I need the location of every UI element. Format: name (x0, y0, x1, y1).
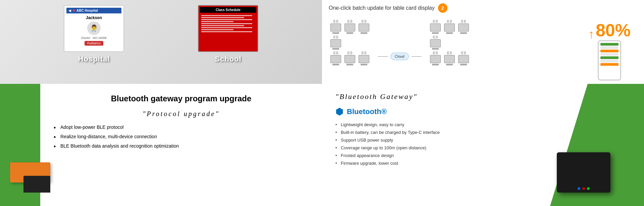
device-icon-1: ((·)) (330, 19, 341, 34)
light-red (582, 187, 585, 190)
device-icon-r2: ((·)) (444, 19, 455, 34)
black-gateway-device (557, 152, 610, 193)
percent-row: ↑ 80% (588, 20, 631, 40)
percent-section: ↑ 80% (588, 20, 631, 81)
device-icon-r3: ((·)) (458, 19, 469, 34)
hs-bg: ◀ ✚ ABC Hospital Jackson 👨‍⚕️ Doctor NO.… (0, 0, 322, 84)
phone-bar-5 (600, 56, 619, 59)
devices-row-r3: ((·)) ((·)) ((·)) (430, 51, 469, 65)
doctor-avatar: 👨‍⚕️ (87, 21, 101, 35)
cross-icon: ✚ (72, 9, 75, 12)
doctor-id: NO.16008 (93, 36, 107, 40)
doctor-role: Doctor NO.16008 (68, 36, 119, 40)
school-label: School (215, 55, 241, 63)
device-icon-4: ((·)) (330, 35, 341, 50)
bluetooth-icon: ⬢ (335, 106, 343, 117)
devices-row-1: ((·)) ((·)) ((·)) (330, 19, 369, 34)
device-icon-5: ((·)) (330, 51, 341, 65)
black-device-small (23, 176, 50, 193)
center-cloud-column: Cloud (371, 18, 428, 95)
feature-item-2: Realize long-distance, multi-device conn… (54, 134, 309, 139)
phone-bar-3 (600, 50, 619, 52)
device-icon-r6: ((·)) (444, 51, 455, 65)
devices-row-2: ((·)) (330, 35, 369, 50)
school-section: Class Schedule Sch (161, 5, 295, 79)
back-arrow-icon: ◀ (68, 9, 71, 12)
protocol-feature-list: Adopt low-power BLE protocol Realize lon… (54, 124, 309, 149)
device-icon-7: ((·)) (359, 51, 369, 65)
gw-feature-2: Built-in battery, can be charged by Type… (335, 130, 631, 135)
device-icon-6: ((·)) (344, 51, 355, 65)
school-card-header: Class Schedule (200, 7, 256, 13)
feature-item-1: Adopt low-power BLE protocol (54, 124, 309, 130)
hospital-card-body: Jackson 👨‍⚕️ Doctor NO.16008 Pediatrics (66, 13, 121, 48)
device-icon-r7: ((·)) (458, 51, 469, 65)
line-right (412, 56, 422, 57)
gw-feature-1: Lightweight design, easy to carry (335, 122, 631, 127)
phone-mockup (598, 40, 621, 81)
devices-row-3: ((·)) ((·)) ((·)) (330, 51, 369, 65)
device-icon-2: ((·)) (344, 19, 355, 34)
devices-row-r2: ((·)) (430, 35, 469, 50)
bluetooth-upgrade-section: Bluetooth gateway program upgrade "Proto… (0, 84, 322, 206)
devices-row-r1: ((·)) ((·)) ((·)) (430, 19, 469, 34)
up-arrow-icon: ↑ (588, 28, 594, 40)
batch-update-title-row: One-click batch update for table card di… (329, 3, 637, 13)
left-half: ◀ ✚ ABC Hospital Jackson 👨‍⚕️ Doctor NO.… (0, 0, 322, 206)
cloud-connection: Cloud (378, 53, 422, 60)
doctor-role-text: Doctor (81, 36, 90, 40)
schedule-line-9 (201, 31, 252, 32)
schedule-lines (200, 13, 256, 35)
bluetooth-upgrade-title: Bluetooth gateway program upgrade (54, 94, 309, 103)
phone-bar-6 (600, 60, 619, 62)
hospital-name: ABC Hospital (76, 9, 98, 12)
cloud-shape: Cloud (390, 53, 409, 60)
batch-update-title-text: One-click batch update for table card di… (329, 5, 435, 11)
devices-network-layout: ((·)) ((·)) ((·)) (329, 18, 637, 95)
hospital-school-section: ◀ ✚ ABC Hospital Jackson 👨‍⚕️ Doctor NO.… (0, 0, 322, 84)
right-devices-group: ((·)) ((·)) ((·)) (428, 18, 471, 95)
device-icon-r4: ((·)) (430, 35, 441, 50)
schedule-line-3 (201, 19, 252, 20)
schedule-line-1 (201, 15, 252, 16)
line-left (378, 56, 388, 57)
phone-bar-7 (600, 63, 619, 66)
bluetooth-wordmark: Bluetooth® (347, 107, 387, 116)
device-icon-r1: ((·)) (430, 19, 441, 34)
hospital-card-header: ◀ ✚ ABC Hospital (66, 8, 121, 13)
indicator-lights (578, 187, 590, 190)
light-green (587, 187, 590, 190)
main-container: ◀ ✚ ABC Hospital Jackson 👨‍⚕️ Doctor NO.… (0, 0, 644, 206)
white-content-area: Bluetooth gateway program upgrade "Proto… (40, 84, 322, 206)
schedule-line-4 (201, 21, 233, 22)
batch-update-section: One-click batch update for table card di… (322, 0, 644, 84)
schedule-line-8 (201, 29, 233, 30)
hospital-section: ◀ ✚ ABC Hospital Jackson 👨‍⚕️ Doctor NO.… (27, 5, 161, 79)
percent-value: 80% (596, 20, 631, 40)
schedule-line-5 (201, 23, 252, 24)
device-icon-3: ((·)) (359, 19, 369, 34)
protocol-subtitle: "Protocol upgrade" (54, 110, 309, 118)
doctor-name: Jackson (68, 15, 119, 20)
left-devices-group: ((·)) ((·)) ((·)) (329, 18, 371, 95)
schedule-line-2 (201, 17, 244, 18)
bluetooth-gateway-section: "Bluetooth Gateway" ⬢ Bluetooth® Lightwe… (322, 84, 644, 206)
light-blue (578, 187, 580, 190)
gw-feature-4: Coverage range up to 100m (open distance… (335, 145, 631, 150)
phone-bar-4 (600, 53, 619, 56)
step-number-badge: 2 (438, 3, 447, 13)
phone-screen (599, 41, 620, 80)
school-card: Class Schedule (198, 5, 258, 52)
feature-item-3: BLE Bluetooth data analysis and recognit… (54, 143, 309, 149)
phone-bar-2 (600, 46, 619, 49)
gw-feature-3: Support USB power supply (335, 138, 631, 143)
hospital-card: ◀ ✚ ABC Hospital Jackson 👨‍⚕️ Doctor NO.… (64, 5, 124, 52)
device-icon-r5: ((·)) (430, 51, 441, 65)
hospital-label: Hospital (78, 55, 110, 63)
schedule-line-6 (201, 25, 244, 26)
right-half: One-click batch update for table card di… (322, 0, 644, 206)
dept-badge: Pediatrics (85, 41, 103, 46)
phone-bar-1 (600, 43, 619, 46)
schedule-line-7 (201, 27, 252, 28)
